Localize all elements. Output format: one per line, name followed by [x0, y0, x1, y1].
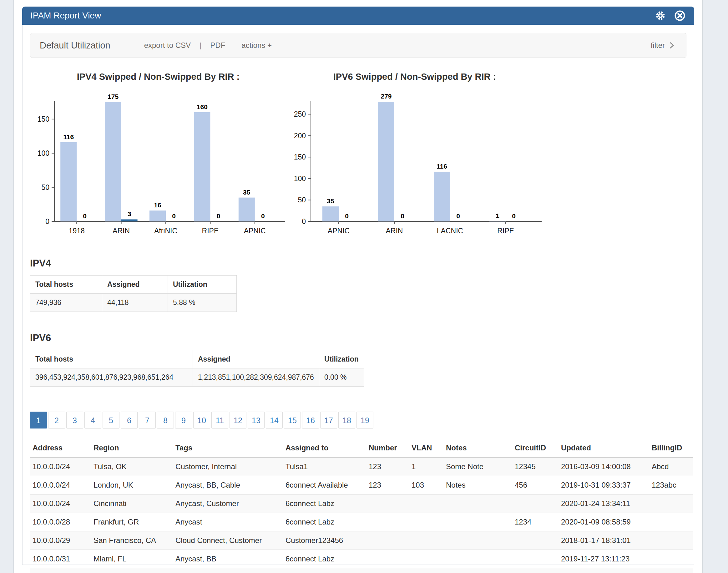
- table-row: 10.0.0.0/28Frankfurt, GRAnycast6connect …: [30, 513, 693, 531]
- export-csv-button[interactable]: export to CSV: [144, 41, 191, 50]
- svg-text:RIPE: RIPE: [202, 227, 219, 235]
- page-button-13[interactable]: 13: [248, 412, 265, 428]
- toolbar-separator: |: [200, 41, 202, 50]
- records-column-header: Region: [91, 438, 173, 458]
- ipv6-section-heading: IPV6: [30, 332, 686, 344]
- records-column-header: CircuitID: [512, 438, 559, 458]
- page-button-11[interactable]: 11: [211, 412, 228, 428]
- record-cell: [512, 550, 559, 568]
- page-button-19[interactable]: 19: [356, 412, 373, 428]
- record-cell: ar1.velocloud.com: [283, 568, 366, 573]
- record-cell: 2016-03-09 14:00:08: [559, 458, 649, 476]
- svg-text:100: 100: [294, 174, 306, 183]
- records-column-header: BillingID: [649, 438, 693, 458]
- page-button-2[interactable]: 2: [48, 412, 65, 428]
- records-column-header: VLAN: [409, 438, 443, 458]
- ipam-report-panel: IPAM Report View Default Utilization ex: [22, 7, 694, 565]
- record-cell: Cincinnati: [91, 494, 173, 513]
- page-button-6[interactable]: 6: [121, 412, 137, 428]
- page-button-14[interactable]: 14: [266, 412, 283, 428]
- svg-text:AfriNIC: AfriNIC: [154, 227, 177, 235]
- record-cell: [649, 494, 693, 513]
- summary-column-header: Assigned: [193, 350, 319, 368]
- page-button-1[interactable]: 1: [30, 412, 47, 428]
- page-button-3[interactable]: 3: [66, 412, 83, 428]
- record-cell: Frankfurt, GR: [91, 513, 173, 531]
- svg-text:1918: 1918: [69, 227, 85, 235]
- record-cell: [366, 568, 409, 573]
- record-cell: 123abc: [649, 476, 693, 494]
- record-cell: Anycast: [173, 513, 283, 531]
- table-row: 10.0.0.0/24Tulsa, OKCustomer, InternalTu…: [30, 458, 693, 476]
- page-button-5[interactable]: 5: [103, 412, 119, 428]
- bar: [105, 102, 121, 221]
- svg-text:35: 35: [327, 197, 334, 205]
- record-cell: [649, 531, 693, 550]
- record-cell: Customer, Internal: [173, 458, 283, 476]
- ipv6-summary-table: Total hostsAssignedUtilization396,453,92…: [30, 350, 364, 386]
- summary-column-header: Utilization: [319, 350, 364, 368]
- svg-text:0: 0: [217, 212, 220, 219]
- page-button-18[interactable]: 18: [338, 412, 355, 428]
- records-column-header: Number: [366, 438, 409, 458]
- record-cell: [512, 494, 559, 513]
- record-cell: 6connect Labz: [283, 550, 366, 568]
- record-cell: [649, 550, 693, 568]
- page-button-16[interactable]: 16: [302, 412, 319, 428]
- page-button-12[interactable]: 12: [229, 412, 246, 428]
- page-button-4[interactable]: 4: [85, 412, 101, 428]
- record-cell: [366, 550, 409, 568]
- filter-toggle[interactable]: filter: [651, 41, 674, 50]
- table-row: 10.0.0.2/31Miami, FLAnycast, BBar1.veloc…: [30, 568, 693, 573]
- summary-column-header: Total hosts: [30, 275, 102, 294]
- page-button-10[interactable]: 10: [193, 412, 210, 428]
- charts-row: IPV4 Swipped / Non-Swipped By RIR : 0501…: [30, 72, 686, 237]
- record-cell: Miami, FL: [91, 550, 173, 568]
- actions-menu-button[interactable]: actions +: [241, 41, 272, 50]
- record-cell: 10.0.0.0/28: [30, 513, 91, 531]
- ipv4-chart-title: IPV4 Swipped / Non-Swipped By RIR :: [30, 72, 286, 82]
- ipv4-bar-chart: 05010015019181160ARIN1753AfriNIC160RIPE1…: [30, 90, 286, 237]
- record-cell: [409, 513, 443, 531]
- svg-text:175: 175: [108, 93, 118, 100]
- record-cell: 123: [366, 476, 409, 494]
- table-row: 10.0.0.0/24CincinnatiAnycast, Customer6c…: [30, 494, 693, 513]
- summary-value-cell: 44,118: [102, 294, 168, 312]
- records-column-header: Assigned to: [283, 438, 366, 458]
- svg-text:50: 50: [41, 183, 49, 192]
- bar: [150, 210, 166, 221]
- summary-column-header: Utilization: [168, 275, 237, 294]
- ipv6-bar-chart: 050100150200250APNIC350ARIN2790LACNIC116…: [286, 90, 543, 237]
- summary-value-cell: 5.88 %: [168, 294, 237, 312]
- ipv6-chart-title: IPV6 Swipped / Non-Swipped By RIR :: [286, 72, 543, 82]
- page-button-7[interactable]: 7: [139, 412, 156, 428]
- page-button-8[interactable]: 8: [157, 412, 174, 428]
- summary-column-header: Total hosts: [30, 350, 193, 368]
- close-icon[interactable]: [674, 9, 686, 22]
- record-cell: Anycast, BB: [173, 550, 283, 568]
- page-button-15[interactable]: 15: [284, 412, 301, 428]
- record-cell: Anycast, Customer: [173, 494, 283, 513]
- svg-text:0: 0: [83, 212, 87, 219]
- record-cell: [512, 531, 559, 550]
- bar: [60, 142, 76, 221]
- record-cell: 2019-11-27 13:11:53: [559, 568, 649, 573]
- record-cell: 10.0.0.0/24: [30, 458, 91, 476]
- record-cell: Some Note: [443, 458, 512, 476]
- record-cell: [366, 494, 409, 513]
- record-cell: Anycast, BB, Cable: [173, 476, 283, 494]
- export-pdf-button[interactable]: PDF: [210, 41, 225, 50]
- record-cell: Notes: [443, 476, 512, 494]
- svg-text:LACNIC: LACNIC: [437, 227, 463, 235]
- summary-value-cell: 749,936: [30, 294, 102, 312]
- record-cell: [649, 568, 693, 573]
- svg-text:116: 116: [63, 133, 74, 141]
- record-cell: Customer123456: [283, 531, 366, 550]
- page-button-9[interactable]: 9: [175, 412, 192, 428]
- page-button-17[interactable]: 17: [320, 412, 337, 428]
- bar: [434, 172, 450, 221]
- gear-icon[interactable]: [654, 9, 667, 22]
- svg-text:250: 250: [294, 110, 306, 118]
- summary-value-row: 749,93644,1185.88 %: [30, 294, 237, 312]
- svg-text:0: 0: [456, 212, 460, 219]
